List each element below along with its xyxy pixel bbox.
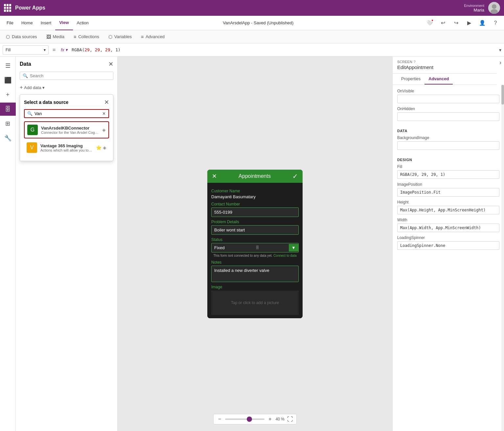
toolbar: ⬡ Data sources 🖼 Media ≡ Collections ⬡ V… xyxy=(0,30,504,43)
toolbar-datasources[interactable]: ⬡ Data sources xyxy=(4,33,39,41)
help-btn[interactable]: ? xyxy=(490,17,501,29)
panel-expand-icon[interactable]: › xyxy=(497,57,504,69)
data-search-box: 🔍 xyxy=(20,72,113,80)
toolbar-collections[interactable]: ≡ Collections xyxy=(72,33,101,41)
scrollbar-thumb[interactable] xyxy=(501,85,504,105)
left-sidebar: ☰ ⬛ + 🗄 ⊞ 🔧 xyxy=(0,57,16,431)
toolbar-advanced[interactable]: ≡ Advanced xyxy=(139,33,167,41)
svg-point-1 xyxy=(492,4,496,9)
image-label: Image xyxy=(211,285,299,289)
menu-view[interactable]: View xyxy=(55,16,73,30)
notes-textarea[interactable]: Installed a new diverter valve xyxy=(211,266,299,282)
formula-bar: Fill ▾ = fx ▾ RGBA(29, 29, 29, 1) ▾ xyxy=(0,43,504,57)
phone-close-icon[interactable]: ✕ xyxy=(212,173,217,180)
avatar[interactable] xyxy=(488,2,500,14)
connector-icon-vanarsdelkb: G xyxy=(27,125,38,135)
popup-search-icon: 🔍 xyxy=(27,111,33,116)
data-search-input[interactable] xyxy=(30,73,110,78)
sidebar-tools-icon[interactable]: 🔧 xyxy=(1,132,14,145)
menubar-icons: 🤍 ↩ ↪ ▶ 👤 ? xyxy=(424,17,501,29)
onhidden-label: OnHidden xyxy=(397,107,499,111)
image-placeholder[interactable]: Tap or click to add a picture xyxy=(211,291,299,315)
backgroundimage-input[interactable] xyxy=(397,141,499,150)
menu-file[interactable]: File xyxy=(3,16,17,30)
problem-details-input[interactable]: Boiler wont start xyxy=(211,225,299,235)
menu-insert[interactable]: Insert xyxy=(37,16,56,30)
add-data-label: Add data xyxy=(24,85,41,90)
zoom-slider[interactable] xyxy=(225,419,264,420)
height-input[interactable] xyxy=(397,206,499,214)
popup-close-icon[interactable]: ✕ xyxy=(104,99,109,106)
width-input[interactable] xyxy=(397,224,499,232)
status-value: Fixed xyxy=(214,245,225,250)
connector-name-vantage: Vantage 365 Imaging xyxy=(40,143,93,148)
zoom-handle[interactable] xyxy=(247,417,252,422)
equals-icon: = xyxy=(51,47,57,53)
add-data-button[interactable]: + Add data ▾ xyxy=(20,83,113,92)
popup-search-input[interactable] xyxy=(34,111,100,116)
heart-icon-btn[interactable]: 🤍 xyxy=(424,17,436,29)
right-scroll-area: OnVisible OnHidden DATA BackgroundImage … xyxy=(393,85,504,431)
fill-input[interactable] xyxy=(397,170,499,179)
screen-label: SCREEN ? xyxy=(397,60,492,64)
sidebar-hamburger-icon[interactable]: ☰ xyxy=(1,59,14,72)
fill-label: Fill xyxy=(397,164,499,169)
tab-advanced[interactable]: Advanced xyxy=(424,74,453,84)
sidebar-insert-icon[interactable]: + xyxy=(1,88,14,101)
redo-btn[interactable]: ↪ xyxy=(450,17,462,29)
data-panel-close-icon[interactable]: ✕ xyxy=(108,60,113,68)
media-icon: 🖼 xyxy=(46,34,51,39)
fx-button[interactable]: fx ▾ xyxy=(59,47,69,52)
onvisible-input[interactable] xyxy=(397,95,499,103)
main-layout: ☰ ⬛ + 🗄 ⊞ 🔧 Data ✕ 🔍 + Add data ▾ Select… xyxy=(0,57,504,431)
fullscreen-icon[interactable]: ⛶ xyxy=(287,416,293,423)
tab-properties[interactable]: Properties xyxy=(397,74,424,84)
search-icon: 🔍 xyxy=(23,73,28,78)
advanced-label: Advanced xyxy=(146,34,165,39)
width-label: Width xyxy=(397,218,499,222)
phone-frame: ✕ Appointments ✓ Customer Name Damayanti… xyxy=(207,170,303,318)
right-content: OnVisible OnHidden DATA BackgroundImage … xyxy=(393,85,504,257)
toolbar-media[interactable]: 🖼 Media xyxy=(44,33,66,41)
toolbar-variables[interactable]: ⬡ Variables xyxy=(106,33,134,41)
datasources-icon: ⬡ xyxy=(6,34,10,39)
backgroundimage-label: BackgroundImage xyxy=(397,135,499,140)
data-panel-header: Data ✕ xyxy=(20,60,113,68)
connector-desc-vantage: Actions which will allow you to genera..… xyxy=(40,148,93,152)
undo-btn[interactable]: ↩ xyxy=(437,17,449,29)
onhidden-input[interactable] xyxy=(397,112,499,121)
share-btn[interactable]: 👤 xyxy=(476,17,488,29)
formula-text: RGBA(29, 29, 29, 1) xyxy=(72,47,121,52)
zoom-plus-btn[interactable]: + xyxy=(267,416,273,423)
menu-home[interactable]: Home xyxy=(17,16,37,30)
property-dropdown[interactable]: Fill ▾ xyxy=(3,45,49,55)
right-panel-header: SCREEN ? EditAppointment xyxy=(393,57,497,74)
scrollbar-track xyxy=(501,85,504,431)
sidebar-screens-icon[interactable]: ⬛ xyxy=(1,74,14,87)
loadingspinner-input[interactable] xyxy=(397,241,499,250)
imageposition-input[interactable] xyxy=(397,188,499,197)
badge-dot xyxy=(431,19,434,22)
formula-input[interactable]: RGBA(29, 29, 29, 1) xyxy=(72,47,496,52)
menu-action[interactable]: Action xyxy=(73,16,93,30)
phone-check-icon[interactable]: ✓ xyxy=(292,172,298,180)
loadingspinner-label: LoadingSpinner xyxy=(397,235,499,240)
connector-item-vantage[interactable]: V Vantage 365 Imaging Actions which will… xyxy=(24,140,109,156)
sidebar-components-icon[interactable]: ⊞ xyxy=(1,117,14,130)
connector-item-vanarsdelkb[interactable]: G VanArsdelKBConnector Connector for the… xyxy=(24,121,109,138)
status-dropdown[interactable]: Fixed 🗄 ▼ xyxy=(211,243,299,252)
zoom-minus-btn[interactable]: − xyxy=(217,416,222,423)
onvisible-label: OnVisible xyxy=(397,89,499,93)
datasources-label: Data sources xyxy=(12,34,37,39)
formula-expand-icon[interactable]: ▾ xyxy=(499,47,501,53)
connect-link[interactable]: Connect to data xyxy=(273,254,297,257)
sidebar-data-icon[interactable]: 🗄 xyxy=(0,103,16,116)
waffle-icon[interactable] xyxy=(4,4,12,12)
connector-badges-vantage: ⭐ ◈ xyxy=(96,145,106,150)
play-btn[interactable]: ▶ xyxy=(463,17,475,29)
premium-badge-icon: ◈ xyxy=(102,127,106,132)
popup-search-clear-icon[interactable]: ✕ xyxy=(102,111,106,116)
contact-number-input[interactable]: 555-0199 xyxy=(211,207,299,217)
app-name-center: VanArsdelApp - Saved (Unpublished) xyxy=(93,20,424,25)
height-label: Height xyxy=(397,200,499,204)
